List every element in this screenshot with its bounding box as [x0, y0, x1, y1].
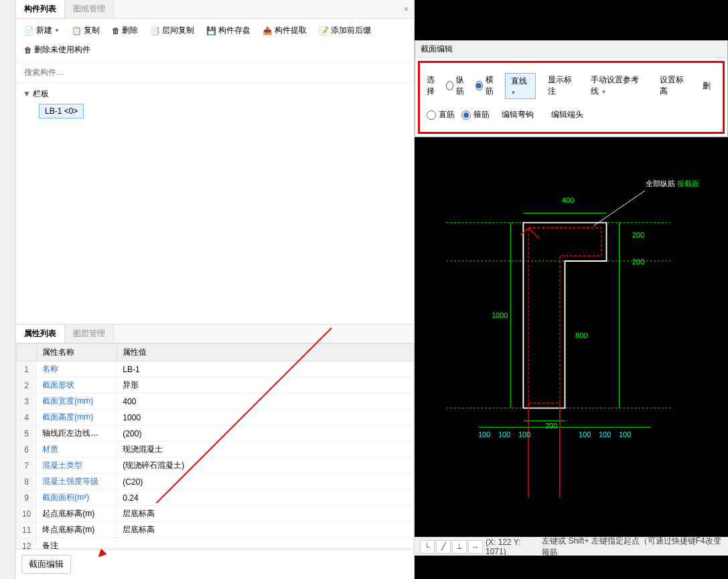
table-row[interactable]: 5 轴线距左边线… (200) [17, 426, 414, 442]
delete-icon: 🗑 [112, 26, 120, 35]
table-row[interactable]: 3 截面宽度(mm) 400 [17, 394, 414, 410]
toolbar: 📄 新建▼ 📋 复制 🗑 删除 📑 层间复制 💾 构件存盘 📤 构件提取 [16, 19, 414, 62]
table-row[interactable]: 1 名称 LB-1 [17, 361, 414, 378]
table-row[interactable]: 11 终点底标高(m) 层底标高 [17, 522, 414, 538]
extract-icon: 📤 [263, 26, 273, 35]
show-annotation-button[interactable]: 显示标注 [542, 72, 579, 99]
radio-transverse[interactable]: 横筋 [476, 74, 498, 97]
floor-copy-button[interactable]: 📑 层间复制 [146, 23, 198, 38]
right-panel: 截面编辑 选择 纵筋 横筋 直线 ▼ 显示标注 手动设置参考线 ▼ 设置标高 删 [415, 0, 728, 579]
snap-icon-2[interactable]: ╱ [436, 540, 451, 554]
prefix-button[interactable]: 📝 添加前后缀 [315, 23, 375, 38]
manual-ref-button[interactable]: 手动设置参考线 ▼ [585, 72, 647, 99]
edit-hook-button[interactable]: 编辑弯钩 [496, 107, 539, 122]
panel-header: 构件列表 图纸管理 × [16, 0, 414, 19]
delete-button[interactable]: 🗑 删除 [108, 23, 142, 38]
table-row[interactable]: 8 混凝土强度等级 (C20) [17, 474, 414, 490]
select-label: 选择 [427, 74, 439, 97]
radio-stirrup[interactable]: 箍筋 [461, 109, 490, 120]
tab-layers[interactable]: 图层管理 [65, 325, 114, 343]
table-row[interactable]: 12 备注 [17, 538, 414, 550]
dim-1000: 1000 [492, 311, 508, 319]
close-icon[interactable]: × [404, 5, 409, 14]
radio-straight[interactable]: 直筋 [427, 109, 455, 120]
dim-200-top: 200 [632, 231, 644, 239]
section-toolbar-highlighted: 选择 纵筋 横筋 直线 ▼ 显示标注 手动设置参考线 ▼ 设置标高 删 直筋 [418, 61, 725, 134]
save-component-button[interactable]: 💾 构件存盘 [202, 23, 254, 38]
set-elevation-button[interactable]: 设置标高 [654, 72, 690, 99]
extract-button[interactable]: 📤 构件提取 [259, 23, 311, 38]
dim-400: 400 [562, 196, 574, 204]
tab-properties[interactable]: 属性列表 [16, 325, 65, 343]
collapse-icon[interactable]: ▼ [23, 89, 31, 98]
dim-100-6: 100 [619, 430, 631, 438]
new-icon: 📄 [24, 26, 34, 35]
component-tree: ▼ 栏板 LB-1 <0> [16, 83, 414, 324]
dim-100-5: 100 [599, 430, 611, 438]
property-table: 属性名称 属性值 1 名称 LB-12 截面形状 异形3 截面宽度(mm) 40… [16, 343, 414, 549]
tab-drawings[interactable]: 图纸管理 [65, 0, 114, 18]
svg-line-9 [593, 191, 644, 226]
status-hint: 左键或 Shift+ 左键指定起点（可通过快捷键F4改变箍筋 [542, 535, 723, 558]
col-value: 属性值 [117, 344, 414, 361]
cad-viewport[interactable]: 全部纵筋 按截面 400 200 200 1000 800 200 100 10… [415, 131, 728, 532]
dim-200-bot: 200 [545, 422, 557, 430]
section-editor-panel: 截面编辑 选择 纵筋 横筋 直线 ▼ 显示标注 手动设置参考线 ▼ 设置标高 删 [415, 40, 728, 137]
table-row[interactable]: 4 截面高度(mm) 1000 [17, 410, 414, 426]
col-name: 属性名称 [37, 344, 117, 361]
copy-icon: 📋 [72, 26, 82, 35]
new-button[interactable]: 📄 新建▼ [20, 23, 64, 38]
property-panel: 属性列表 图层管理 属性名称 属性值 1 名称 LB-12 截面形状 异形3 截… [16, 324, 414, 579]
copy-button[interactable]: 📋 复制 [68, 23, 104, 38]
snap-icon-1[interactable]: └ [420, 540, 435, 554]
dim-100-4: 100 [579, 430, 591, 438]
delete-unused-button[interactable]: 🗑 删除未使用构件 [20, 42, 94, 58]
section-editor-title: 截面编辑 [415, 41, 727, 58]
status-bar: └ ╱ ⊥ ↔ (X: 122 Y: 1071) 左键或 Shift+ 左键指定… [415, 537, 728, 556]
edit-end-button[interactable]: 编辑端头 [546, 107, 589, 122]
tree-item-lb1[interactable]: LB-1 <0> [39, 104, 84, 118]
delete-unused-icon: 🗑 [24, 46, 32, 55]
table-row[interactable]: 7 混凝土类型 (现浇碎石混凝土) [17, 458, 414, 474]
delete-rebar-button[interactable]: 删 [697, 78, 716, 94]
table-row[interactable]: 10 起点底标高(m) 层底标高 [17, 506, 414, 522]
floor-copy-icon: 📑 [150, 26, 160, 35]
dim-100-2: 100 [498, 430, 510, 438]
search-input[interactable] [21, 65, 409, 80]
section-edit-button[interactable]: 截面编辑 [21, 555, 71, 574]
table-row[interactable]: 6 材质 现浇混凝土 [17, 442, 414, 458]
snap-icon-3[interactable]: ⊥ [452, 540, 467, 554]
coord-display: (X: 122 Y: 1071) [486, 537, 539, 556]
dim-100-3: 100 [518, 430, 530, 438]
radio-longitudinal[interactable]: 纵筋 [446, 74, 469, 97]
dim-800: 800 [575, 331, 587, 339]
line-button[interactable]: 直线 ▼ [505, 73, 536, 99]
table-row[interactable]: 2 截面形状 异形 [17, 378, 414, 394]
label-all-longitudinal: 全部纵筋 [646, 179, 675, 187]
tree-root[interactable]: ▼ 栏板 [20, 87, 410, 101]
label-per-section: 按截面 [677, 179, 699, 187]
tab-components[interactable]: 构件列表 [16, 0, 65, 18]
dim-100-1: 100 [478, 430, 490, 438]
table-row[interactable]: 9 截面面积(m²) 0.24 [17, 490, 414, 506]
dim-200-mid: 200 [632, 258, 644, 266]
prefix-icon: 📝 [319, 26, 329, 35]
save-icon: 💾 [206, 26, 216, 35]
snap-icon-4[interactable]: ↔ [468, 540, 483, 554]
left-panel: 构件列表 图纸管理 × 📄 新建▼ 📋 复制 🗑 删除 📑 层间复制 [16, 0, 415, 579]
